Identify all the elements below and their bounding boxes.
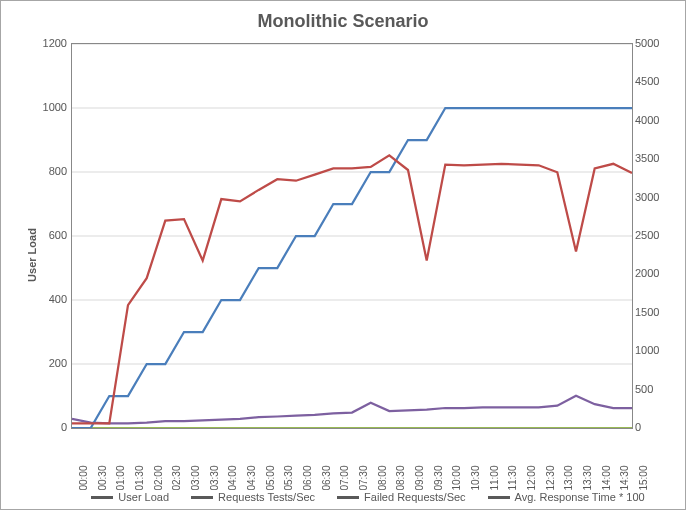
x-tick-label: 10:00 <box>451 466 462 491</box>
x-tick-label: 14:00 <box>601 466 612 491</box>
x-tick-label: 13:30 <box>582 466 593 491</box>
x-tick-label: 08:00 <box>377 466 388 491</box>
x-tick-label: 09:00 <box>414 466 425 491</box>
x-tick-label: 07:30 <box>358 466 369 491</box>
y-left-ticks: 020040060080010001200 <box>39 43 67 427</box>
legend-label: Failed Requests/Sec <box>364 491 466 503</box>
y-right-tick-label: 3000 <box>635 191 667 203</box>
x-tick-label: 01:30 <box>134 466 145 491</box>
legend-label: Requests Tests/Sec <box>218 491 315 503</box>
x-tick-label: 15:00 <box>638 466 649 491</box>
x-tick-label: 14:30 <box>619 466 630 491</box>
legend-swatch-icon <box>488 496 510 499</box>
x-tick-label: 11:30 <box>507 466 518 491</box>
x-tick-label: 09:30 <box>433 466 444 491</box>
legend-item-requests: Requests Tests/Sec <box>191 491 315 503</box>
legend-item-response-time: Avg. Response Time * 100 <box>488 491 645 503</box>
plot-area <box>71 43 633 429</box>
chart-title: Monolithic Scenario <box>1 11 685 32</box>
y-left-tick-label: 600 <box>39 229 67 241</box>
y-right-tick-label: 500 <box>635 383 667 395</box>
x-tick-label: 04:00 <box>227 466 238 491</box>
x-tick-label: 02:30 <box>171 466 182 491</box>
series-user-load <box>72 108 632 428</box>
series-avg-response-time <box>72 396 632 424</box>
legend-label: Avg. Response Time * 100 <box>515 491 645 503</box>
x-tick-label: 06:30 <box>321 466 332 491</box>
x-ticks: 00:0000:3001:0001:3002:0002:3003:0003:30… <box>71 431 631 471</box>
x-tick-label: 05:30 <box>283 466 294 491</box>
y-left-tick-label: 800 <box>39 165 67 177</box>
x-tick-label: 12:30 <box>545 466 556 491</box>
y-right-tick-label: 1000 <box>635 344 667 356</box>
legend-label: User Load <box>118 491 169 503</box>
y-right-tick-label: 4500 <box>635 75 667 87</box>
x-tick-label: 11:00 <box>489 466 500 491</box>
y-right-tick-label: 4000 <box>635 114 667 126</box>
plot-svg <box>72 44 632 428</box>
y-right-tick-label: 2500 <box>635 229 667 241</box>
y-left-tick-label: 1200 <box>39 37 67 49</box>
x-tick-label: 00:30 <box>97 466 108 491</box>
x-tick-label: 05:00 <box>265 466 276 491</box>
legend-swatch-icon <box>91 496 113 499</box>
y-right-tick-label: 3500 <box>635 152 667 164</box>
y-left-tick-label: 400 <box>39 293 67 305</box>
x-tick-label: 00:00 <box>78 466 89 491</box>
legend: User Load Requests Tests/Sec Failed Requ… <box>71 491 665 503</box>
y-left-tick-label: 0 <box>39 421 67 433</box>
chart-frame: Monolithic Scenario User Load Throughput… <box>0 0 686 510</box>
x-tick-label: 12:00 <box>526 466 537 491</box>
y-left-tick-label: 200 <box>39 357 67 369</box>
legend-swatch-icon <box>191 496 213 499</box>
y-left-axis-label: User Load <box>26 228 38 282</box>
y-left-tick-label: 1000 <box>39 101 67 113</box>
y-right-tick-label: 5000 <box>635 37 667 49</box>
y-right-ticks: 0500100015002000250030003500400045005000 <box>635 43 667 427</box>
gridlines <box>72 44 632 428</box>
x-tick-label: 07:00 <box>339 466 350 491</box>
legend-item-user-load: User Load <box>91 491 169 503</box>
x-tick-label: 13:00 <box>563 466 574 491</box>
series-requests-tests <box>72 155 632 423</box>
x-tick-label: 10:30 <box>470 466 481 491</box>
y-right-tick-label: 1500 <box>635 306 667 318</box>
legend-swatch-icon <box>337 496 359 499</box>
x-tick-label: 01:00 <box>115 466 126 491</box>
legend-item-failed: Failed Requests/Sec <box>337 491 466 503</box>
x-tick-label: 03:00 <box>190 466 201 491</box>
x-tick-label: 02:00 <box>153 466 164 491</box>
x-tick-label: 06:00 <box>302 466 313 491</box>
y-right-tick-label: 2000 <box>635 267 667 279</box>
x-tick-label: 03:30 <box>209 466 220 491</box>
x-tick-label: 04:30 <box>246 466 257 491</box>
y-right-tick-label: 0 <box>635 421 667 433</box>
x-tick-label: 08:30 <box>395 466 406 491</box>
